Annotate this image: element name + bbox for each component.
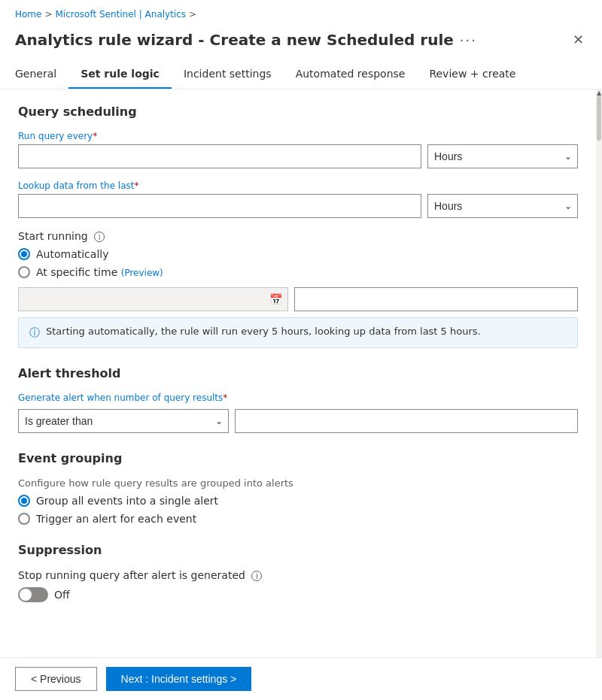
info-box: ⓘ Starting automatically, the rule will …	[18, 317, 578, 348]
tab-general[interactable]: General	[15, 60, 68, 89]
run-query-unit-select[interactable]: Hours Minutes Days	[427, 144, 578, 168]
tabs: General Set rule logic Incident settings…	[0, 60, 602, 89]
breadcrumb-sep1: >	[44, 9, 52, 20]
scrollbar-thumb[interactable]	[597, 95, 601, 141]
suppression-section: Suppression Stop running query after ale…	[18, 543, 578, 602]
breadcrumb-sep2: >	[189, 9, 196, 20]
page-title: Analytics rule wizard - Create a new Sch…	[15, 31, 454, 49]
lookup-input[interactable]: 5	[18, 194, 421, 218]
trigger-each-radio-label: Trigger an alert for each event	[36, 513, 196, 525]
scrollbar-track[interactable]: ▲ ▼	[596, 89, 602, 676]
start-running-label: Start running	[18, 230, 88, 242]
lookup-unit-select-wrapper: Hours Minutes Days ⌄	[427, 194, 578, 218]
query-scheduling-title: Query scheduling	[18, 105, 578, 119]
auto-radio-input[interactable]	[18, 248, 30, 260]
event-grouping-radio-group: Group all events into a single alert Tri…	[18, 495, 578, 525]
date-input-wrapper: 2/27/2024 📅	[18, 287, 288, 311]
specific-time-radio-input[interactable]	[18, 266, 30, 278]
alert-threshold-label: Generate alert when number of query resu…	[18, 392, 578, 403]
lookup-row: Lookup data from the last* 5 Hours Minut…	[18, 180, 578, 218]
group-all-radio-label: Group all events into a single alert	[36, 495, 218, 507]
event-grouping-title: Event grouping	[18, 451, 578, 465]
scrollbar-up-arrow[interactable]: ▲	[596, 89, 602, 95]
event-grouping-section: Event grouping Configure how rule query …	[18, 451, 578, 525]
toggle-label: Off	[54, 589, 70, 601]
footer: < Previous Next : Incident settings >	[0, 657, 602, 700]
suppression-label: Stop running query after alert is genera…	[18, 569, 245, 581]
specific-time-radio-item[interactable]: At specific time (Preview)	[18, 266, 578, 278]
breadcrumb-home[interactable]: Home	[15, 9, 41, 20]
toggle-row: Off	[18, 587, 578, 602]
lookup-col: Lookup data from the last* 5	[18, 180, 421, 218]
start-running-info-icon[interactable]: i	[94, 232, 105, 242]
title-bar: Analytics rule wizard - Create a new Sch…	[0, 26, 602, 60]
group-all-radio-input[interactable]	[18, 495, 30, 507]
close-button[interactable]: ✕	[570, 29, 587, 51]
lookup-label: Lookup data from the last*	[18, 180, 421, 191]
alert-threshold-section: Alert threshold Generate alert when numb…	[18, 366, 578, 433]
time-input: 12:00 PM	[294, 287, 578, 311]
run-query-col: Run query every* 5	[18, 131, 421, 168]
run-query-label: Run query every*	[18, 131, 421, 141]
threshold-condition-select[interactable]: Is greater than Is less than Is equal to…	[18, 409, 229, 433]
start-running-label-row: Start running i	[18, 230, 578, 242]
title-ellipsis-button[interactable]: ···	[460, 32, 477, 48]
calendar-icon: 📅	[269, 293, 282, 305]
suppression-title: Suppression	[18, 543, 578, 557]
start-running-radio-group: Automatically At specific time (Preview)	[18, 248, 578, 278]
toggle-thumb	[20, 589, 32, 601]
auto-radio-item[interactable]: Automatically	[18, 248, 578, 260]
threshold-row: Is greater than Is less than Is equal to…	[18, 409, 578, 433]
trigger-each-radio-input[interactable]	[18, 513, 30, 525]
threshold-condition-select-wrapper: Is greater than Is less than Is equal to…	[18, 409, 229, 433]
breadcrumb: Home > Microsoft Sentinel | Analytics >	[0, 0, 602, 26]
suppression-label-row: Stop running query after alert is genera…	[18, 569, 578, 581]
info-box-icon: ⓘ	[29, 326, 40, 340]
previous-button[interactable]: < Previous	[15, 667, 97, 691]
trigger-each-radio-item[interactable]: Trigger an alert for each event	[18, 513, 578, 525]
preview-badge: (Preview)	[121, 268, 163, 278]
tab-review-create[interactable]: Review + create	[417, 60, 528, 89]
alert-threshold-title: Alert threshold	[18, 366, 578, 380]
group-all-radio-item[interactable]: Group all events into a single alert	[18, 495, 578, 507]
suppression-toggle[interactable]	[18, 587, 48, 602]
suppression-info-icon[interactable]: i	[251, 571, 262, 581]
lookup-unit-select[interactable]: Hours Minutes Days	[427, 194, 578, 218]
main-content: Query scheduling Run query every* 5 Hour…	[0, 89, 596, 676]
run-query-input[interactable]: 5	[18, 144, 421, 168]
run-query-row: Run query every* 5 Hours Minutes Days ⌄	[18, 131, 578, 168]
tab-set-rule-logic[interactable]: Set rule logic	[68, 60, 172, 89]
breadcrumb-sentinel[interactable]: Microsoft Sentinel | Analytics	[56, 9, 187, 20]
specific-time-radio-label: At specific time (Preview)	[36, 266, 163, 278]
threshold-value-input[interactable]: 0	[235, 409, 578, 433]
event-grouping-label: Configure how rule query results are gro…	[18, 477, 578, 489]
tab-incident-settings[interactable]: Incident settings	[172, 60, 284, 89]
threshold-number-col: 0	[235, 409, 578, 433]
next-button[interactable]: Next : Incident settings >	[106, 667, 252, 691]
run-query-unit-col: Hours Minutes Days ⌄	[427, 144, 578, 168]
query-scheduling-section: Query scheduling Run query every* 5 Hour…	[18, 105, 578, 348]
lookup-unit-col: Hours Minutes Days ⌄	[427, 194, 578, 218]
tab-automated-response[interactable]: Automated response	[284, 60, 418, 89]
datetime-row: 2/27/2024 📅 12:00 PM	[18, 287, 578, 311]
date-input: 2/27/2024	[18, 287, 288, 311]
threshold-select-col: Is greater than Is less than Is equal to…	[18, 409, 229, 433]
auto-radio-label: Automatically	[36, 248, 108, 260]
info-box-text: Starting automatically, the rule will ru…	[46, 326, 481, 337]
run-query-unit-select-wrapper: Hours Minutes Days ⌄	[427, 144, 578, 168]
